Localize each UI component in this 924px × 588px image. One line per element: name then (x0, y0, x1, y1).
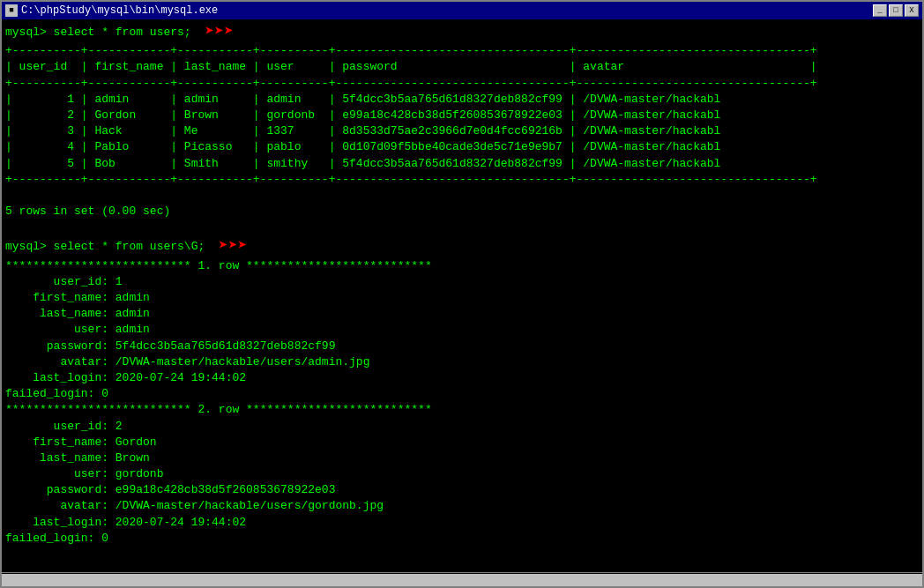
field-user-2: user: gordonb (5, 466, 919, 482)
field-lastname-2: last_name: Brown (5, 450, 919, 466)
arrow-1: ➤➤➤ (205, 21, 234, 43)
separator-top: +----------+------------+-----------+---… (5, 43, 919, 59)
blank-2 (5, 220, 919, 235)
field-failedlogin-1: failed_login: 0 (5, 386, 919, 402)
field-avatar-2: avatar: /DVWA-master/hackable/users/gord… (5, 498, 919, 514)
table-row-5: | 5 | Bob | Smith | smithy | 5f4dcc3b5aa… (5, 156, 919, 172)
field-password-2: password: e99a18c428cb38d5f260853678922e… (5, 482, 919, 498)
field-password-1: password: 5f4dcc3b5aa765d61d8327deb882cf… (5, 339, 919, 354)
command-1: select * from users; (54, 26, 191, 39)
separator-mid: +----------+------------+-----------+---… (5, 76, 919, 92)
prompt-1: mysql> (5, 26, 54, 39)
separator-bot: +----------+------------+-----------+---… (5, 172, 919, 188)
field-firstname-1: first_name: admin (5, 290, 919, 306)
row-header-2: *************************** 2. row *****… (5, 402, 919, 418)
maximize-button[interactable]: □ (889, 4, 903, 17)
prompt-2: mysql> (5, 240, 54, 253)
terminal-window: ■ C:\phpStudy\mysql\bin\mysql.exe _ □ X … (0, 0, 924, 588)
title-bar-left: ■ C:\phpStudy\mysql\bin\mysql.exe (5, 4, 218, 17)
table-row-4: | 4 | Pablo | Picasso | pablo | 0d107d09… (5, 139, 919, 155)
command-line-2: mysql> select * from users\G; ➤➤➤ (5, 235, 919, 257)
field-failedlogin-2: failed_login: 0 (5, 531, 919, 547)
field-user-1: user: admin (5, 322, 919, 338)
row-header-1: *************************** 1. row *****… (5, 258, 919, 274)
field-lastname-1: last_name: admin (5, 306, 919, 322)
field-lastlogin-1: last_login: 2020-07-24 19:44:02 (5, 370, 919, 386)
window-icon: ■ (5, 4, 18, 17)
table-row-3: | 3 | Hack | Me | 1337 | 8d3533d75ae2c39… (5, 123, 919, 139)
field-avatar-1: avatar: /DVWA-master/hackable/users/admi… (5, 354, 919, 370)
blank-1 (5, 188, 919, 204)
field-lastlogin-2: last_login: 2020-07-24 19:44:02 (5, 515, 919, 531)
title-bar-buttons: _ □ X (873, 4, 919, 17)
table-row-2: | 2 | Gordon | Brown | gordonb | e99a18c… (5, 108, 919, 123)
horizontal-scrollbar[interactable] (2, 574, 922, 586)
table-row-1: | 1 | admin | admin | admin | 5f4dcc3b5a… (5, 92, 919, 108)
field-userid-1: user_id: 1 (5, 274, 919, 290)
command-2: select * from users\G; (54, 240, 205, 253)
field-firstname-2: first_name: Gordon (5, 435, 919, 450)
minimize-button[interactable]: _ (873, 4, 887, 17)
command-line-1: mysql> select * from users; ➤➤➤ (5, 21, 919, 43)
field-userid-2: user_id: 2 (5, 419, 919, 435)
arrow-2: ➤➤➤ (219, 235, 248, 257)
window-title: C:\phpStudy\mysql\bin\mysql.exe (21, 4, 218, 17)
table-header: | user_id | first_name | last_name | use… (5, 59, 919, 75)
row-count: 5 rows in set (0.00 sec) (5, 204, 919, 220)
title-bar: ■ C:\phpStudy\mysql\bin\mysql.exe _ □ X (2, 2, 922, 19)
close-button[interactable]: X (905, 4, 919, 17)
terminal-output[interactable]: mysql> select * from users; ➤➤➤ +-------… (2, 19, 922, 572)
bottom-bar (2, 572, 922, 586)
